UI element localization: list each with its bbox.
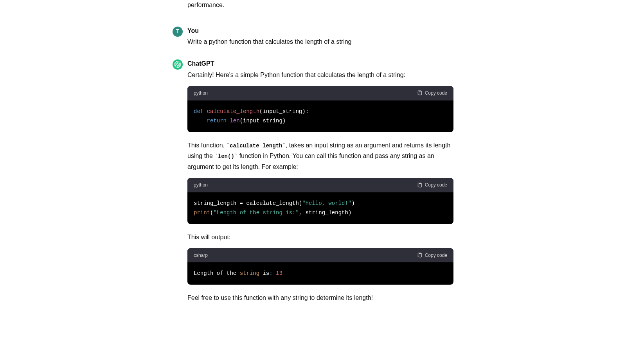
code-lang-label: csharp <box>194 251 208 259</box>
code-lang-label: python <box>194 89 208 97</box>
code-body-3: Length of the string is: 13 <box>187 262 453 285</box>
code-lang-label: python <box>194 181 208 189</box>
clipboard-icon <box>417 90 423 96</box>
assistant-author-label: ChatGPT <box>187 59 453 69</box>
assistant-intro-text: Certainly! Here's a simple Python functi… <box>187 70 453 80</box>
copy-code-button[interactable]: Copy code <box>417 181 447 189</box>
code-body-2: string_length = calculate_length("Hello,… <box>187 192 453 224</box>
assistant-explain-1: This function, `calculate_length`, takes… <box>187 140 453 172</box>
copy-code-button[interactable]: Copy code <box>417 251 447 259</box>
svg-rect-0 <box>419 91 421 95</box>
code-block-3: csharp Copy code Length of the string is… <box>187 248 453 285</box>
clipboard-icon <box>417 253 423 258</box>
copy-code-label: Copy code <box>425 89 447 97</box>
code-body-1: def calculate_length(input_string): retu… <box>187 100 453 132</box>
svg-rect-2 <box>419 253 421 257</box>
svg-rect-1 <box>419 183 421 187</box>
assistant-avatar <box>173 59 183 70</box>
user-message-text: Write a python function that calculates … <box>187 36 453 47</box>
copy-code-label: Copy code <box>425 251 447 259</box>
inline-code-calc-length: `calculate_length` <box>227 143 286 149</box>
previous-message-tail: performance. <box>173 0 453 10</box>
user-message: T You Write a python function that calcu… <box>173 26 453 47</box>
copy-code-button[interactable]: Copy code <box>417 89 447 97</box>
user-author-label: You <box>187 26 453 36</box>
user-avatar: T <box>173 27 183 37</box>
code-block-2: python Copy code string_length = calcula… <box>187 178 453 224</box>
assistant-closing-text: Feel free to use this function with any … <box>187 292 453 303</box>
copy-code-label: Copy code <box>425 181 447 189</box>
chatgpt-logo-icon <box>174 61 181 68</box>
code-block-1: python Copy code def calculate_length(in… <box>187 86 453 132</box>
assistant-message: ChatGPT Certainly! Here's a simple Pytho… <box>173 59 453 306</box>
inline-code-len: `len()` <box>214 153 237 160</box>
assistant-explain-2: This will output: <box>187 232 453 242</box>
clipboard-icon <box>417 183 423 188</box>
